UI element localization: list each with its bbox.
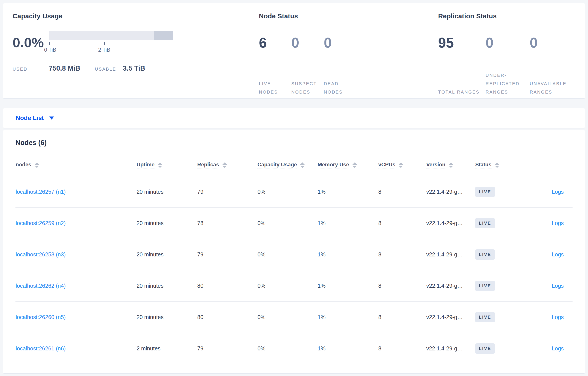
used-label: USED <box>13 67 28 72</box>
caret-down-icon <box>49 116 54 120</box>
capacity-bar <box>49 31 173 40</box>
column-header-memory-use[interactable]: Memory Use <box>318 162 357 169</box>
node-list-dropdown[interactable]: Node List <box>16 115 54 122</box>
sort-icon <box>495 162 499 168</box>
node-status-title: Node Status <box>259 12 438 20</box>
capacity-usage-cell: 0% <box>257 208 317 239</box>
status-badge: LIVE <box>475 187 495 197</box>
table-header-row: nodes Uptime Replicas Capacity Usage Mem… <box>15 154 573 176</box>
status-badge: LIVE <box>475 249 495 260</box>
column-header-logs <box>526 154 573 176</box>
uptime-cell: 20 minutes <box>136 176 197 208</box>
replicas-cell: 80 <box>197 270 257 302</box>
node-link[interactable]: localhost:26261 (n6) <box>16 345 66 352</box>
version-cell: v22.1.4-29-g… <box>426 176 475 208</box>
node-status-panel: Node Status 6 LIVE NODES 0 SUSPECT NODES… <box>253 12 438 98</box>
stat-label: LIVE NODES <box>259 53 291 96</box>
column-header-vcpus[interactable]: vCPUs <box>378 162 403 169</box>
memory-use-cell: 1% <box>317 239 378 270</box>
column-header-uptime[interactable]: Uptime <box>137 162 162 169</box>
logs-link[interactable]: Logs <box>552 345 564 352</box>
node-link[interactable]: localhost:26258 (n3) <box>16 251 66 258</box>
status-badge: LIVE <box>475 312 495 322</box>
capacity-usage-cell: 0% <box>257 302 317 333</box>
stat-value: 95 <box>438 36 486 53</box>
vcpus-cell: 8 <box>378 239 426 270</box>
version-cell: v22.1.4-29-g… <box>426 208 475 239</box>
unavailable-ranges-stat: 0 UNAVAILABLE RANGES <box>530 31 572 96</box>
capacity-usage-cell: 0% <box>257 176 317 208</box>
sort-icon <box>449 162 453 168</box>
version-cell: v22.1.4-29-g… <box>426 239 475 270</box>
stat-value: 0 <box>486 36 530 53</box>
column-label: nodes <box>16 162 31 169</box>
uptime-cell: 20 minutes <box>136 239 197 270</box>
column-label: Status <box>475 162 491 169</box>
uptime-cell: 20 minutes <box>136 208 197 239</box>
memory-use-cell: 1% <box>317 333 378 364</box>
node-link[interactable]: localhost:26259 (n2) <box>16 220 66 226</box>
column-label: Replicas <box>197 162 219 169</box>
node-link[interactable]: localhost:26257 (n1) <box>16 189 66 195</box>
usable-label: USABLE <box>95 67 116 72</box>
stat-value: 0 <box>291 36 324 53</box>
logs-link[interactable]: Logs <box>552 283 564 289</box>
column-header-status[interactable]: Status <box>475 162 499 169</box>
node-link[interactable]: localhost:26260 (n5) <box>16 314 66 320</box>
logs-link[interactable]: Logs <box>552 189 564 195</box>
capacity-bar-chart: 0 TiB 2 TiB <box>49 31 173 54</box>
version-cell: v22.1.4-29-g… <box>426 302 475 333</box>
column-header-replicas[interactable]: Replicas <box>197 162 227 169</box>
column-header-version[interactable]: Version <box>426 162 453 169</box>
table-row: localhost:26261 (n6) 2 minutes 79 0% 1% … <box>15 333 573 364</box>
view-selector-card: Node List <box>3 108 585 128</box>
capacity-usage-panel: Capacity Usage 0.0% 0 TiB <box>13 12 253 98</box>
uptime-cell: 20 minutes <box>136 302 197 333</box>
vcpus-cell: 8 <box>378 176 426 208</box>
vcpus-cell: 8 <box>378 333 426 364</box>
node-link[interactable]: localhost:26262 (n4) <box>16 283 66 289</box>
under-replicated-ranges-stat: 0 UNDER-REPLICATED RANGES <box>486 31 530 96</box>
stat-label: TOTAL RANGES <box>438 53 486 96</box>
memory-use-cell: 1% <box>317 208 378 239</box>
uptime-cell: 20 minutes <box>136 270 197 302</box>
replicas-cell: 78 <box>197 208 257 239</box>
used-value: 750.8 MiB <box>49 64 80 72</box>
column-label: Uptime <box>137 162 155 169</box>
stat-value: 0 <box>530 36 572 53</box>
capacity-percent-value: 0.0% <box>13 36 49 49</box>
column-label: Memory Use <box>318 162 349 169</box>
logs-link[interactable]: Logs <box>552 314 564 320</box>
cluster-overview-page: Capacity Usage 0.0% 0 TiB <box>0 0 588 374</box>
memory-use-cell: 1% <box>317 176 378 208</box>
table-row: localhost:26258 (n3) 20 minutes 79 0% 1%… <box>15 239 573 270</box>
column-header-capacity-usage[interactable]: Capacity Usage <box>257 162 304 169</box>
table-row: localhost:26260 (n5) 20 minutes 80 0% 1%… <box>15 302 573 333</box>
version-cell: v22.1.4-29-g… <box>426 333 475 364</box>
tick-label: 0 TiB <box>44 47 56 53</box>
column-header-nodes[interactable]: nodes <box>16 162 39 169</box>
sort-icon <box>399 162 403 168</box>
stat-value: 0 <box>324 36 356 53</box>
stat-label: DEAD NODES <box>324 53 356 96</box>
logs-link[interactable]: Logs <box>552 251 564 258</box>
tick-mark <box>49 42 50 45</box>
tick-label: 2 TiB <box>98 47 110 53</box>
nodes-table: nodes Uptime Replicas Capacity Usage Mem… <box>15 154 573 364</box>
sort-icon <box>222 162 227 168</box>
dead-nodes-stat: 0 DEAD NODES <box>324 31 356 96</box>
stat-value: 6 <box>259 36 291 53</box>
column-label: vCPUs <box>378 162 395 169</box>
vcpus-cell: 8 <box>378 302 426 333</box>
stat-label: UNDER-REPLICATED RANGES <box>486 53 530 96</box>
cluster-summary-bar: Capacity Usage 0.0% 0 TiB <box>3 3 585 99</box>
vcpus-cell: 8 <box>378 270 426 302</box>
vcpus-cell: 8 <box>378 208 426 239</box>
capacity-usage-cell: 0% <box>257 333 317 364</box>
nodes-section-title: Nodes (6) <box>15 130 573 154</box>
logs-link[interactable]: Logs <box>552 220 564 226</box>
capacity-axis-ticks <box>49 42 173 45</box>
status-badge: LIVE <box>475 218 495 228</box>
memory-use-cell: 1% <box>317 302 378 333</box>
stat-label: SUSPECT NODES <box>291 53 324 96</box>
